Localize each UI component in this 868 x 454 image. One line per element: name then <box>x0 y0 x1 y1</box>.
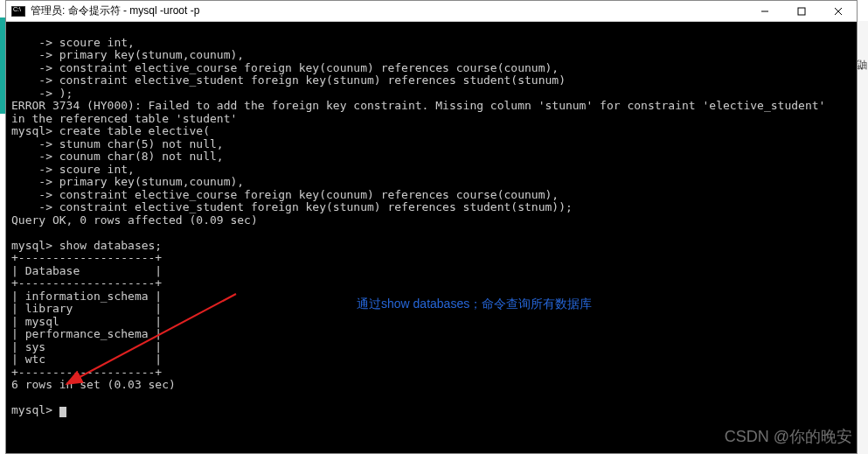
annotation-text: 通过show databases；命令查询所有数据库 <box>357 297 592 312</box>
term-line: -> counum char(8) not null, <box>11 150 224 163</box>
term-line: Query OK, 0 rows affected (0.09 sec) <box>11 213 258 227</box>
term-line: -> constraint elective_student foreign k… <box>11 73 566 87</box>
term-line: -> primary key(stunum,counum), <box>11 175 244 188</box>
term-line: mysql> create table elective( <box>11 124 210 137</box>
watermark-text: CSDN @你的晚安 <box>725 426 852 447</box>
right-background-strip <box>858 21 868 454</box>
term-line: 6 rows in set (0.03 sec) <box>11 378 176 391</box>
browser-char: 鼬 <box>857 58 867 73</box>
svg-rect-1 <box>798 8 805 15</box>
term-line: | performance_schema | <box>11 327 162 340</box>
window-controls <box>746 1 857 21</box>
maximize-button[interactable] <box>783 1 820 21</box>
term-line: -> constraint elective_student foreign k… <box>11 200 573 213</box>
term-line: -> constraint elective_course foreign ke… <box>11 61 559 74</box>
term-line: -> stunum char(5) not null, <box>11 137 224 150</box>
prompt-line: mysql> <box>11 403 59 416</box>
cmd-icon <box>11 6 25 17</box>
term-line: +--------------------+ <box>11 251 162 264</box>
term-line: +--------------------+ <box>11 276 162 290</box>
term-line: in the referenced table 'student' <box>11 112 237 125</box>
term-line: | mysql | <box>11 315 162 328</box>
term-line: ERROR 3734 (HY000): Failed to add the fo… <box>11 99 825 112</box>
term-line: +--------------------+ <box>11 366 162 379</box>
term-line: mysql> show databases; <box>11 239 162 252</box>
close-button[interactable] <box>820 1 857 21</box>
term-line: | library | <box>11 302 162 315</box>
cursor-icon <box>59 407 66 417</box>
term-line: -> ); <box>11 87 73 100</box>
cmd-window: 管理员: 命令提示符 - mysql -uroot -p -> scoure i… <box>5 0 858 454</box>
window-title: 管理员: 命令提示符 - mysql -uroot -p <box>31 3 746 18</box>
terminal-output[interactable]: -> scoure int, -> primary key(stunum,cou… <box>6 22 857 431</box>
term-line: | Database | <box>11 264 162 277</box>
term-line: | information_schema | <box>11 290 162 303</box>
term-line: -> scoure int, <box>11 163 135 176</box>
term-line: -> primary key(stunum,counum), <box>11 48 244 61</box>
term-line: -> scoure int, <box>11 36 135 49</box>
term-line: -> constraint elective_course foreign ke… <box>11 188 559 201</box>
minimize-button[interactable] <box>746 1 783 21</box>
titlebar[interactable]: 管理员: 命令提示符 - mysql -uroot -p <box>6 1 857 22</box>
term-line: | sys | <box>11 340 162 353</box>
term-line: | wtc | <box>11 353 162 366</box>
